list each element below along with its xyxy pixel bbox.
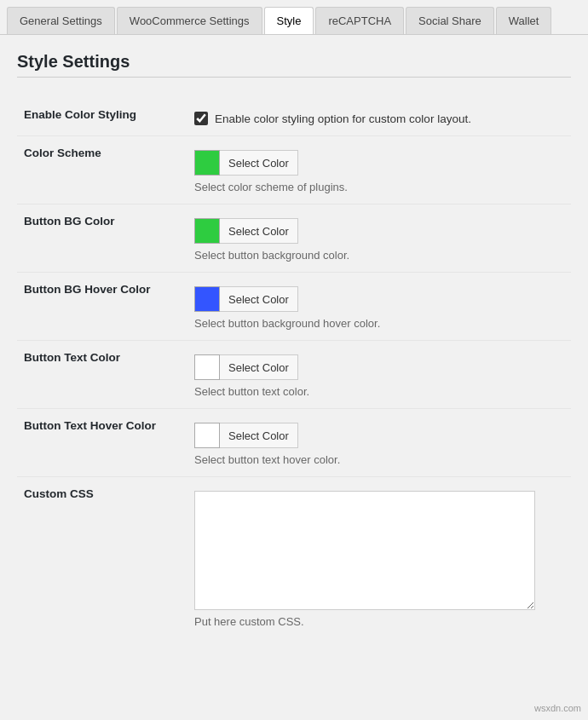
tab-general-settings[interactable]: General Settings	[7, 7, 115, 34]
enable-color-styling-text: Enable color styling option for custom c…	[215, 112, 471, 125]
value-color-scheme: Select Color Select color scheme of plug…	[187, 136, 571, 204]
button-text-hover-color-select-btn[interactable]: Select Color	[220, 423, 298, 448]
button-bg-hover-color-row: Select Color	[194, 286, 564, 312]
enable-color-styling-checkbox[interactable]	[194, 112, 208, 125]
row-button-text-hover-color: Button Text Hover Color Select Color Sel…	[17, 409, 571, 477]
color-scheme-color-row: Select Color	[194, 150, 564, 176]
tab-woocommerce-settings[interactable]: WooCommerce Settings	[117, 7, 262, 34]
button-text-color-select-btn[interactable]: Select Color	[220, 354, 298, 380]
color-scheme-description: Select color scheme of plugins.	[194, 181, 564, 193]
button-bg-hover-color-swatch[interactable]	[194, 286, 220, 312]
tab-social-share[interactable]: Social Share	[406, 7, 494, 34]
label-button-text-hover-color: Button Text Hover Color	[17, 409, 187, 477]
row-button-text-color: Button Text Color Select Color Select bu…	[17, 341, 571, 409]
label-button-bg-color: Button BG Color	[17, 204, 187, 273]
row-custom-css: Custom CSS Put here custom CSS.	[17, 477, 571, 639]
checkbox-row: Enable color styling option for custom c…	[194, 112, 564, 125]
button-bg-color-swatch[interactable]	[194, 218, 220, 244]
value-enable-color-styling: Enable color styling option for custom c…	[187, 98, 571, 136]
value-button-bg-hover-color: Select Color Select button background ho…	[187, 273, 571, 341]
settings-table: Enable Color Styling Enable color stylin…	[17, 98, 571, 638]
tab-style[interactable]: Style	[264, 7, 314, 34]
label-button-text-color: Button Text Color	[17, 341, 187, 409]
label-custom-css: Custom CSS	[17, 477, 187, 639]
button-bg-hover-color-select-btn[interactable]: Select Color	[220, 286, 298, 312]
title-divider	[17, 77, 571, 78]
page-title: Style Settings	[17, 52, 571, 72]
tab-bar: General Settings WooCommerce Settings St…	[0, 0, 588, 35]
button-bg-color-row: Select Color	[194, 218, 564, 244]
row-color-scheme: Color Scheme Select Color Select color s…	[17, 136, 571, 204]
button-text-hover-color-swatch[interactable]	[194, 423, 220, 448]
label-button-bg-hover-color: Button BG Hover Color	[17, 273, 187, 341]
value-button-text-hover-color: Select Color Select button text hover co…	[187, 409, 571, 477]
button-text-hover-color-row: Select Color	[194, 423, 564, 448]
wsxdn-badge: wsxdn.com	[534, 703, 581, 713]
button-text-color-swatch[interactable]	[194, 354, 220, 380]
tab-recaptcha[interactable]: reCAPTCHA	[315, 7, 404, 34]
custom-css-textarea[interactable]	[194, 491, 535, 610]
row-button-bg-color: Button BG Color Select Color Select butt…	[17, 204, 571, 273]
value-button-bg-color: Select Color Select button background co…	[187, 204, 571, 273]
color-scheme-swatch[interactable]	[194, 150, 220, 176]
custom-css-description: Put here custom CSS.	[194, 615, 564, 628]
color-scheme-select-btn[interactable]: Select Color	[220, 150, 298, 176]
button-bg-color-description: Select button background color.	[194, 249, 564, 262]
button-text-color-row: Select Color	[194, 354, 564, 380]
row-enable-color-styling: Enable Color Styling Enable color stylin…	[17, 98, 571, 136]
row-button-bg-hover-color: Button BG Hover Color Select Color Selec…	[17, 273, 571, 341]
value-custom-css: Put here custom CSS.	[187, 477, 571, 639]
label-enable-color-styling: Enable Color Styling	[17, 98, 187, 136]
label-color-scheme: Color Scheme	[17, 136, 187, 204]
main-content: Style Settings Enable Color Styling Enab…	[0, 35, 588, 664]
button-text-hover-color-description: Select button text hover color.	[194, 453, 564, 466]
button-bg-color-select-btn[interactable]: Select Color	[220, 218, 298, 244]
value-button-text-color: Select Color Select button text color.	[187, 341, 571, 409]
tab-wallet[interactable]: Wallet	[496, 7, 552, 34]
button-text-color-description: Select button text color.	[194, 385, 564, 398]
button-bg-hover-color-description: Select button background hover color.	[194, 317, 564, 330]
